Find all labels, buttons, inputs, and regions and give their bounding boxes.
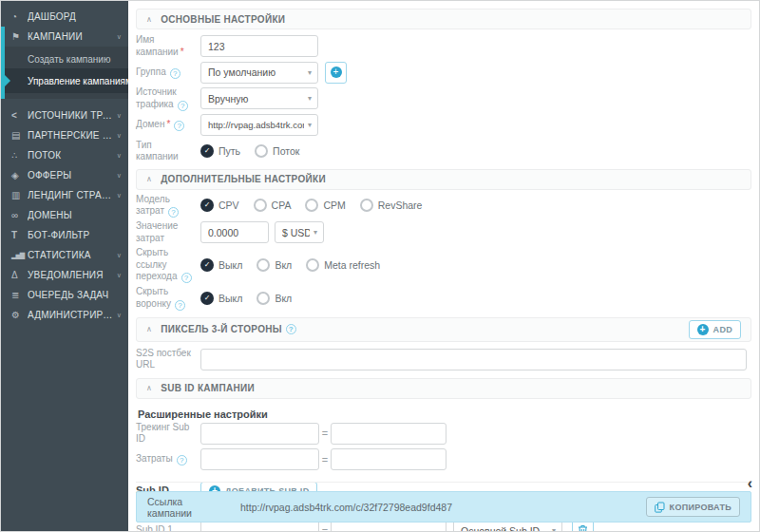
radio-option-cpv[interactable]: ✓ CPV	[200, 199, 239, 212]
sidebar-item-landing-pages[interactable]: ▥ ЛЕНДИНГ СТРАНИЦЫ ∨	[1, 185, 128, 205]
sidebar-item-partner-networks[interactable]: ▤ ПАРТНЕРСКИЕ СЕТИ ∨	[1, 125, 128, 145]
chevron-down-icon: ∨	[117, 132, 122, 140]
sidebar-item-administration[interactable]: ⚙ АДМИНИСТРИРОВАНИЕ ∨	[1, 305, 128, 325]
radio-option-cpa[interactable]: CPA	[254, 199, 292, 212]
campaign-type-label: Тип кампании	[136, 140, 200, 163]
sidebar-item-create-campaign[interactable]: Создать кампанию	[1, 49, 128, 68]
megaphone-icon: ⚑	[11, 31, 28, 42]
bar-chart-icon: ▂▅▇	[11, 252, 28, 259]
radio-label: Вкл	[275, 259, 292, 271]
field-row-costs: Затраты? =	[136, 448, 751, 471]
sidebar-item-notifications[interactable]: Δ УВЕДОМЛЕНИЯ ∨	[1, 265, 128, 285]
copy-icon	[655, 502, 665, 513]
sidebar-item-task-queue[interactable]: ≣ ОЧЕРЕДЬ ЗАДАЧ	[1, 285, 128, 305]
radio-label: Поток	[273, 145, 299, 157]
sidebar-item-label: ИСТОЧНИКИ ТРАФИКА	[28, 110, 114, 121]
equals-sign: =	[319, 428, 331, 439]
radio-option-funnel-on[interactable]: Вкл	[256, 292, 292, 305]
section-header-pixel[interactable]: ∧ ПИКСЕЛЬ 3-Й СТОРОНЫ ? + ADD	[136, 317, 751, 342]
equals-sign: =	[319, 525, 331, 532]
sidebar-item-flow[interactable]: ∴ ПОТОК ∨	[1, 145, 128, 165]
s2s-postback-label: S2S постбек URL	[136, 348, 200, 371]
chevron-down-icon: ▾	[314, 228, 317, 237]
radio-unchecked-icon	[256, 292, 270, 305]
info-icon[interactable]: ?	[178, 101, 188, 111]
info-icon[interactable]: ?	[177, 455, 187, 466]
radio-unchecked-icon	[306, 258, 319, 272]
traffic-source-select[interactable]: Вручную ▾	[200, 87, 318, 109]
costs-label: Затраты?	[136, 453, 200, 466]
info-icon[interactable]: ?	[170, 68, 180, 79]
info-icon[interactable]: ?	[168, 207, 179, 218]
radio-unchecked-icon	[360, 199, 373, 212]
chevron-down-icon: ∨	[117, 272, 122, 279]
add-group-button[interactable]: +	[325, 62, 347, 84]
sidebar-item-label: СТАТИСТИКА	[28, 250, 114, 260]
section-header-additional-settings[interactable]: ∧ ДОПОЛНИТЕЛЬНЫЕ НАСТРОЙКИ	[136, 169, 751, 190]
domain-select[interactable]: http://rvpag.adsb4trk.com ▾	[200, 114, 318, 136]
sidebar-item-traffic-sources[interactable]: < ИСТОЧНИКИ ТРАФИКА ∨	[1, 105, 128, 125]
radio-option-flow[interactable]: Поток	[255, 144, 299, 158]
radio-label: Выкл	[218, 293, 242, 304]
add-pixel-button[interactable]: + ADD	[689, 320, 741, 339]
radio-checked-icon: ✓	[200, 258, 214, 272]
sidebar-item-label: ОЧЕРЕДЬ ЗАДАЧ	[28, 290, 122, 300]
campaigns-submenu: Создать кампанию Управление кампаниями	[1, 47, 128, 99]
radio-option-cpm[interactable]: CPM	[305, 199, 345, 212]
sidebar-item-label: АДМИНИСТРИРОВАНИЕ	[28, 310, 114, 320]
radio-unchecked-icon	[255, 144, 268, 158]
tracking-subid-label: Трекинг Sub ID	[136, 422, 200, 446]
radio-option-funnel-off[interactable]: ✓ Выкл	[200, 292, 242, 305]
sidebar: ◔ ДАШБОРД ⚑ КАМПАНИИ ∨ Создать кампанию …	[1, 1, 128, 531]
s2s-postback-input[interactable]	[200, 349, 747, 370]
section-header-subid[interactable]: ∧ SUB ID КАМПАНИИ	[136, 378, 751, 399]
radio-option-meta-refresh[interactable]: Meta refresh	[306, 258, 380, 272]
sidebar-item-statistics[interactable]: ▂▅▇ СТАТИСТИКА ∨	[1, 245, 128, 265]
group-select[interactable]: По умолчанию ▾	[200, 62, 318, 84]
info-icon[interactable]: ?	[286, 324, 296, 334]
collapse-panel-chevron[interactable]: ‹	[748, 476, 752, 491]
info-icon[interactable]: ?	[181, 273, 192, 283]
section-title: ДОПОЛНИТЕЛЬНЫЕ НАСТРОЙКИ	[161, 174, 326, 184]
collapse-caret-icon: ∧	[146, 175, 152, 183]
field-row-domain: Домен*? http://rvpag.adsb4trk.com ▾	[136, 114, 751, 137]
tracking-subid-key-input[interactable]	[200, 423, 319, 445]
bell-icon: Δ	[11, 270, 28, 280]
campaign-link-bar: Ссылка кампании http://rvpag.adsb4trk.co…	[136, 491, 751, 522]
radio-option-referrer-off[interactable]: ✓ Выкл	[200, 258, 242, 272]
sidebar-item-manage-campaigns[interactable]: Управление кампаниями	[1, 68, 128, 93]
sidebar-item-campaigns[interactable]: ⚑ КАМПАНИИ ∨	[1, 27, 128, 47]
costs-key-input[interactable]	[200, 448, 319, 470]
sidebar-item-domains[interactable]: ∞ ДОМЕНЫ	[1, 205, 128, 225]
info-icon[interactable]: ?	[174, 121, 184, 131]
copy-link-button-label: КОПИРОВАТЬ	[670, 503, 732, 512]
subid-row-label: Sub ID 1	[136, 524, 200, 532]
sitemap-icon: ∴	[11, 150, 28, 161]
radio-option-revshare[interactable]: RevShare	[360, 199, 423, 212]
equals-sign: =	[319, 454, 331, 466]
group-label: Группа?	[136, 66, 200, 79]
cost-value-input[interactable]	[200, 221, 269, 243]
tracking-subid-value-input[interactable]	[331, 423, 446, 445]
section-title: SUB ID КАМПАНИИ	[161, 383, 255, 393]
campaign-link-label: Ссылка кампании	[147, 496, 221, 519]
hide-funnel-label: Скрыть воронку?	[136, 286, 200, 311]
plus-icon: +	[697, 324, 709, 335]
radio-option-path[interactable]: ✓ Путь	[200, 144, 240, 158]
radio-option-referrer-on[interactable]: Вкл	[256, 258, 292, 272]
sidebar-item-dashboard[interactable]: ◔ ДАШБОРД	[1, 7, 128, 27]
field-row-cost-model: Модель затрат? ✓ CPV CPA CPM RevShare	[136, 194, 751, 218]
campaign-name-input[interactable]	[200, 35, 318, 57]
copy-link-button[interactable]: КОПИРОВАТЬ	[646, 497, 740, 517]
field-row-traffic-source: Источник трафика? Вручную ▾	[136, 86, 751, 111]
section-header-basic-settings[interactable]: ∧ ОСНОВНЫЕ НАСТРОЙКИ	[136, 9, 751, 29]
browser-icon: ▥	[11, 190, 28, 200]
sidebar-item-offers[interactable]: ◈ ОФФЕРЫ ∨	[1, 165, 128, 185]
costs-value-input[interactable]	[331, 448, 446, 470]
currency-select[interactable]: $ USD ▾	[275, 221, 324, 243]
chevron-down-icon: ▾	[308, 121, 312, 129]
sidebar-item-label: ЛЕНДИНГ СТРАНИЦЫ	[28, 190, 114, 200]
radio-label: Вкл	[275, 293, 292, 304]
info-icon[interactable]: ?	[175, 300, 185, 311]
sidebar-item-bot-filter[interactable]: T БОТ-ФИЛЬТР	[1, 225, 128, 245]
